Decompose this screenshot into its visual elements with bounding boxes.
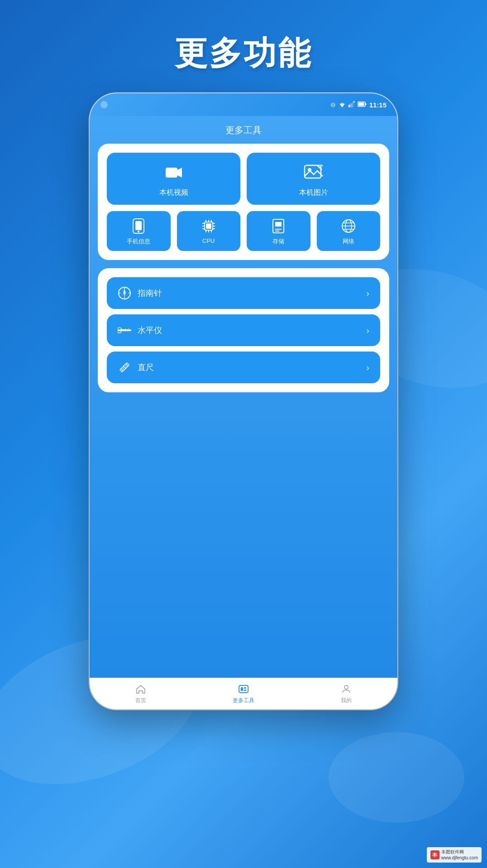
- tools-card-2: 指南针 ›: [98, 268, 389, 392]
- svg-rect-9: [365, 103, 366, 105]
- level-left: 水平仪: [118, 323, 162, 337]
- wifi-icon: [339, 101, 346, 109]
- tools-grid-top: 本机视频 本机: [107, 153, 380, 205]
- svg-rect-66: [244, 687, 246, 689]
- ruler-chevron: ›: [366, 362, 369, 373]
- phone-mockup: ⊖: [90, 93, 397, 709]
- svg-rect-3: [350, 103, 352, 107]
- time-display: 11:15: [369, 101, 387, 109]
- phone-info-label: 手机信息: [127, 237, 150, 246]
- svg-rect-11: [166, 168, 177, 178]
- network-icon: [341, 218, 356, 234]
- nav-tools[interactable]: 更多工具: [192, 683, 295, 704]
- status-icons: ⊖: [330, 101, 387, 109]
- nav-home[interactable]: 首页: [90, 683, 192, 704]
- level-icon: [118, 323, 131, 337]
- svg-rect-67: [244, 690, 246, 691]
- storage-icon: [271, 218, 286, 234]
- ruler-label: 直尺: [138, 362, 154, 373]
- phone-info-button[interactable]: 手机信息: [107, 211, 171, 251]
- signal-icon: [349, 101, 355, 109]
- level-button[interactable]: 水平仪 ›: [107, 314, 380, 346]
- watermark: 丰 丰图软件网 www.djfengtu.com: [427, 847, 482, 863]
- dnd-icon: ⊖: [330, 101, 336, 108]
- network-button[interactable]: 网络: [317, 211, 381, 251]
- video-icon: [164, 163, 184, 183]
- level-label: 水平仪: [138, 325, 162, 336]
- svg-rect-4: [352, 102, 353, 107]
- svg-line-16: [321, 164, 323, 166]
- nav-profile[interactable]: 我的: [295, 683, 397, 704]
- status-bar: ⊖: [90, 93, 397, 116]
- storage-label: 存储: [272, 237, 284, 246]
- content-area: 本机视频 本机: [90, 144, 397, 678]
- network-label: 网络: [343, 237, 354, 246]
- compass-left: 指南针: [118, 286, 162, 300]
- bottom-nav: 首页 更多工具: [90, 678, 397, 709]
- ruler-left: 直尺: [118, 361, 154, 374]
- ruler-icon: [118, 361, 131, 374]
- ruler-button[interactable]: 直尺 ›: [107, 352, 380, 383]
- compass-chevron: ›: [366, 288, 369, 299]
- local-image-label: 本机图片: [299, 188, 328, 198]
- list-tools: 指南针 ›: [107, 277, 380, 383]
- nav-home-label: 首页: [135, 697, 146, 704]
- svg-rect-35: [275, 222, 282, 227]
- page-header-title: 更多功能: [175, 32, 312, 75]
- tools-card-1: 本机视频 本机: [98, 144, 389, 260]
- compass-icon: [118, 286, 131, 300]
- level-chevron: ›: [366, 325, 369, 336]
- phone-screen: 更多工具: [90, 116, 397, 709]
- nav-profile-label: 我的: [341, 697, 352, 704]
- phone-icon: [131, 218, 146, 234]
- app-bar-title: 更多工具: [225, 125, 262, 135]
- svg-rect-21: [206, 223, 211, 229]
- battery-icon: [358, 101, 367, 108]
- local-image-button[interactable]: 本机图片: [247, 153, 380, 205]
- app-bar: 更多工具: [90, 116, 397, 144]
- svg-point-68: [344, 685, 348, 689]
- local-video-label: 本机视频: [159, 188, 188, 198]
- svg-marker-12: [177, 168, 182, 178]
- cpu-label: CPU: [202, 237, 215, 244]
- nav-tools-label: 更多工具: [233, 697, 254, 704]
- svg-rect-8: [358, 102, 364, 106]
- home-icon: [135, 683, 147, 695]
- watermark-icon: 丰: [430, 850, 439, 859]
- compass-label: 指南针: [138, 288, 162, 299]
- compass-button[interactable]: 指南针 ›: [107, 277, 380, 309]
- tools-icon: [238, 683, 249, 695]
- svg-point-19: [138, 231, 139, 232]
- image-icon: [304, 163, 324, 183]
- watermark-text: 丰图软件网 www.djfengtu.com: [441, 849, 478, 861]
- cpu-icon: [201, 218, 216, 234]
- local-video-button[interactable]: 本机视频: [107, 153, 240, 205]
- svg-rect-65: [241, 687, 243, 691]
- svg-rect-64: [239, 685, 248, 693]
- cpu-button[interactable]: CPU: [177, 211, 241, 251]
- svg-rect-18: [135, 221, 142, 230]
- svg-rect-51: [118, 329, 131, 331]
- svg-rect-2: [349, 105, 350, 107]
- storage-button[interactable]: 存储: [247, 211, 310, 251]
- tools-grid-bottom: 手机信息: [107, 211, 380, 251]
- profile-icon: [340, 683, 352, 695]
- front-camera: [100, 101, 108, 108]
